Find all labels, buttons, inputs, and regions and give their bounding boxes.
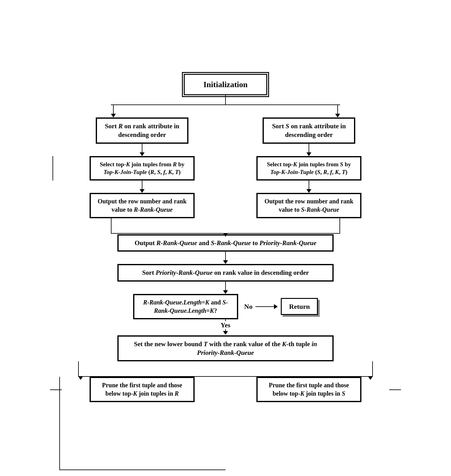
flowchart: Initialization Sort R on rank a — [56, 62, 395, 414]
return-label: Return — [289, 303, 310, 310]
decision-box: R-Rank-Queue.Length=K and S-Rank-Queue.L… — [133, 294, 238, 319]
no-label: No — [244, 303, 253, 311]
yes-label: Yes — [221, 321, 230, 329]
sort-r-box: Sort R on rank attribute in descending o… — [96, 117, 188, 144]
init-label: Initialization — [203, 80, 247, 89]
prune-r-box: Prune the first tuple and those below to… — [90, 377, 195, 402]
sort-priority-box: Sort Priority-Rank-Queue on rank value i… — [117, 264, 334, 281]
init-box: Initialization — [184, 74, 267, 95]
output-r-box: Output the row number and rank value to … — [90, 193, 195, 218]
merge-queues-box: Output R-Rank-Queue and S-Rank-Queue to … — [117, 234, 334, 252]
output-s-box: Output the row number and rank value to … — [256, 193, 361, 218]
select-r-box: Select top-K join tuples from R by Top-K… — [90, 156, 195, 181]
select-s-box: Select top-K join tuples from S by Top-K… — [256, 156, 361, 181]
prune-s-box: Prune the first tuple and those below to… — [256, 377, 361, 402]
sort-s-box: Sort S on rank attribute in descending o… — [263, 117, 355, 144]
set-lower-bound-box: Set the new lower bound T with the rank … — [117, 335, 334, 362]
return-box: Return — [281, 298, 318, 315]
